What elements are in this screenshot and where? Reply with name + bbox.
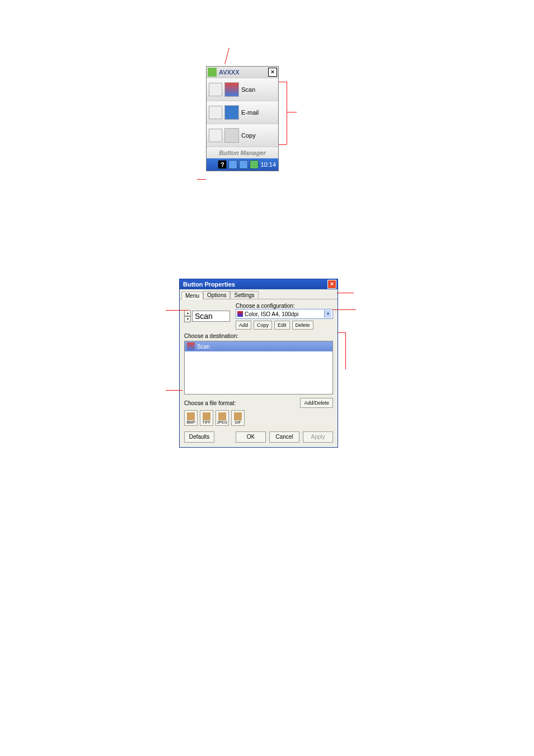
scan-app-icon [224, 82, 239, 97]
callout-line [166, 390, 182, 391]
jpeg-icon [218, 412, 226, 420]
dialog-body: ▴ ▾ Scan Choose a configuration: Color, … [180, 299, 338, 429]
choose-destination-label: Choose a destination: [184, 333, 333, 339]
config-copy-button[interactable]: Copy [254, 321, 272, 330]
destination-item-scan[interactable]: Scan [185, 341, 332, 351]
destination-list[interactable]: Scan [184, 341, 333, 395]
format-label: TIFF [203, 420, 211, 424]
stepper[interactable]: ▴ ▾ [184, 310, 191, 322]
back-tray-icon[interactable] [239, 160, 248, 169]
help-tray-icon[interactable]: ? [218, 160, 227, 169]
config-swatch-icon [237, 311, 243, 317]
copy-app-icon [224, 128, 239, 143]
config-edit-button[interactable]: Edit [274, 321, 290, 330]
callout-line [337, 293, 354, 293]
format-bmp[interactable]: BMP [184, 410, 198, 426]
dialog-tabs: Menu Options Settings [180, 289, 338, 299]
callout-line [279, 82, 287, 82]
tab-options[interactable]: Options [203, 291, 230, 299]
callout-line [287, 82, 287, 144]
app-icon [208, 68, 217, 77]
config-selected-value: Color, ISO A4, 100dpi [245, 311, 298, 317]
scanner-tray-icon[interactable] [250, 160, 259, 169]
tiff-icon [203, 412, 210, 420]
copy-thumb-icon [209, 129, 222, 142]
button-properties-dialog: Button Properties × Menu Options Setting… [179, 279, 338, 448]
bmp-icon [187, 412, 195, 420]
callout-line [345, 332, 346, 369]
panel-item-label: Scan [241, 86, 255, 93]
ok-button[interactable]: OK [236, 431, 266, 443]
callout-line [332, 309, 356, 310]
callout-line [166, 310, 188, 311]
callout-line [279, 144, 287, 145]
email-thumb-icon [209, 106, 222, 119]
format-label: JPEG [217, 420, 227, 424]
step-down-icon[interactable]: ▾ [184, 316, 191, 322]
callout-line [224, 48, 229, 64]
defaults-button[interactable]: Defaults [184, 431, 214, 443]
file-format-toolbar: BMP TIFF JPEG GIF [184, 410, 333, 426]
config-select[interactable]: Color, ISO A4, 100dpi ▾ [236, 309, 333, 319]
apply-button[interactable]: Apply [303, 431, 333, 443]
email-app-icon [224, 105, 239, 120]
panel-item-scan[interactable]: Scan [207, 78, 278, 101]
destination-icon [187, 342, 195, 350]
scan-stepper-field[interactable]: ▴ ▾ Scan [184, 303, 230, 330]
panel-footer: Button Manager [207, 147, 278, 158]
step-up-icon[interactable]: ▴ [184, 310, 191, 316]
config-add-button[interactable]: Add [236, 321, 251, 330]
system-tray: ? 10:14 [207, 158, 278, 171]
config-delete-button[interactable]: Delete [292, 321, 313, 330]
scan-thumb-icon [209, 83, 222, 96]
close-icon[interactable]: × [268, 68, 277, 77]
add-delete-button[interactable]: Add/Delete [300, 398, 333, 408]
format-tiff[interactable]: TIFF [200, 410, 213, 426]
panel-title: AVXXX [219, 69, 268, 76]
callout-line [197, 179, 206, 180]
callout-line [287, 112, 297, 112]
format-jpeg[interactable]: JPEG [216, 410, 229, 426]
destination-item-label: Scan [197, 344, 210, 350]
format-gif[interactable]: GIF [231, 410, 245, 426]
dialog-title: Button Properties [183, 281, 235, 288]
cancel-button[interactable]: Cancel [269, 431, 299, 443]
gif-icon [234, 412, 242, 420]
format-label: BMP [186, 420, 195, 424]
chevron-down-icon[interactable]: ▾ [324, 310, 331, 318]
device-tray-icon[interactable] [228, 160, 237, 169]
panel-item-label: E-mail [241, 109, 259, 116]
dialog-button-row: Defaults OK Cancel Apply [180, 429, 338, 447]
callout-line [338, 332, 346, 333]
panel-item-copy[interactable]: Copy [207, 124, 278, 147]
close-icon[interactable]: × [327, 280, 336, 289]
panel-item-email[interactable]: E-mail [207, 101, 278, 124]
panel-titlebar: AVXXX × [207, 67, 278, 78]
format-label: GIF [235, 420, 241, 424]
choose-file-format-label: Choose a file format: [184, 400, 236, 406]
scan-name-field[interactable]: Scan [192, 311, 230, 322]
choose-config-label: Choose a configuration: [236, 303, 333, 309]
tab-menu[interactable]: Menu [181, 292, 203, 299]
button-manager-panel: AVXXX × Scan E-mail Copy Button Manager … [206, 66, 279, 171]
tray-clock: 10:14 [260, 161, 276, 168]
dialog-titlebar: Button Properties × [180, 279, 338, 289]
panel-item-label: Copy [241, 132, 256, 139]
tab-settings[interactable]: Settings [230, 291, 258, 299]
